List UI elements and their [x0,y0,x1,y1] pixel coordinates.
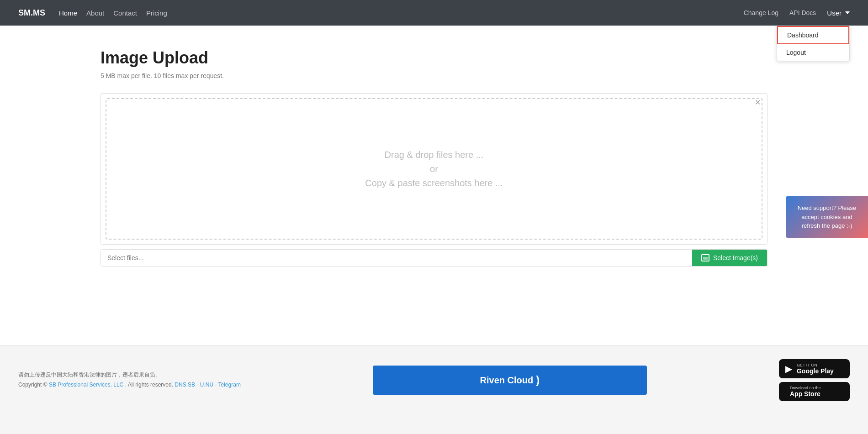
nav-link-contact[interactable]: Contact [113,9,137,17]
footer-unu-link[interactable]: U.NU [200,382,213,388]
select-images-button[interactable]: Select Image(s) [692,250,767,266]
chevron-down-icon [845,11,850,14]
footer-company-link[interactable]: SB Professional Services, LLC [49,382,123,388]
google-play-main: Google Play [797,367,834,375]
app-store-badges: ▶ GET IT ON Google Play Download on the … [779,359,850,401]
brand-logo[interactable]: SM.MS [18,8,45,18]
dropdown-menu: Dashboard Logout [777,26,850,61]
user-dropdown-label: User [827,9,850,17]
riven-cloud-button[interactable]: Riven Cloud ) [373,366,647,395]
user-dropdown[interactable]: User Dashboard Logout [827,9,850,17]
support-widget: Need support? Please accept cookies and … [786,196,868,238]
footer-warning: 请勿上传违反中国大陆和香港法律的图片，违者后果自负。 [18,370,241,380]
image-icon [701,254,709,261]
main-content: Image Upload 5 MB max per file. 10 files… [0,26,868,345]
nav-link-about[interactable]: About [86,9,104,17]
nav-link-pricing[interactable]: Pricing [146,9,167,17]
google-play-badge[interactable]: ▶ GET IT ON Google Play [779,359,850,378]
app-store-badge[interactable]: Download on the App Store [779,382,850,401]
changelog-link[interactable]: Change Log [744,9,778,16]
logout-menu-item[interactable]: Logout [777,44,849,61]
footer-dns-link[interactable]: DNS.SB [175,382,195,388]
drop-zone-line3: Copy & paste screenshots here ... [365,178,503,188]
nav-link-home[interactable]: Home [59,9,77,17]
dashboard-menu-item[interactable]: Dashboard [777,26,849,44]
support-text: Need support? Please accept cookies and … [798,204,857,229]
riven-cloud-paren: ) [536,374,540,387]
google-play-icon: ▶ [785,363,792,374]
file-select-input[interactable] [101,250,692,266]
drop-zone-line1: Drag & drop files here ... [385,150,484,160]
upload-container: ✕ Drag & drop files here ... or Copy & p… [101,93,767,245]
footer-left: 请勿上传违反中国大陆和香港法律的图片，违者后果自负。 Copyright © S… [18,370,241,390]
footer-copyright: Copyright © SB Professional Services, LL… [18,380,241,390]
riven-cloud-label: Riven Cloud [480,375,534,386]
google-play-sub: GET IT ON [797,363,834,367]
api-docs-link[interactable]: API Docs [789,9,816,16]
page-subtitle: 5 MB max per file. 10 files max per requ… [101,72,767,79]
navbar-right: Change Log API Docs User Dashboard Logou… [744,9,850,17]
file-select-bar: Select Image(s) [101,249,767,267]
app-store-sub: Download on the [790,386,821,390]
drop-zone-or: or [430,164,438,174]
close-icon[interactable]: ✕ [755,98,761,107]
footer: 请勿上传违反中国大陆和香港法律的图片，违者后果自负。 Copyright © S… [0,345,868,415]
drop-zone[interactable]: Drag & drop files here ... or Copy & pas… [106,98,762,240]
nav-links: Home About Contact Pricing [59,9,744,17]
navbar: SM.MS Home About Contact Pricing Change … [0,0,868,26]
footer-telegram-link[interactable]: Telegram [218,382,241,388]
page-title: Image Upload [101,48,767,68]
app-store-main: App Store [790,390,821,397]
